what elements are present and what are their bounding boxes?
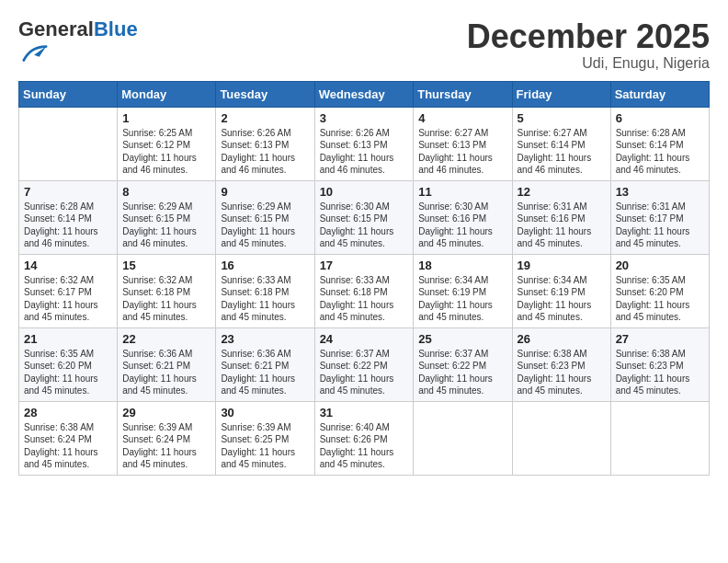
day-info: Sunrise: 6:38 AMSunset: 6:24 PMDaylight:… <box>24 421 112 471</box>
calendar-cell: 31Sunrise: 6:40 AMSunset: 6:26 PMDayligh… <box>314 401 414 475</box>
day-info: Sunrise: 6:38 AMSunset: 6:23 PMDaylight:… <box>616 348 704 397</box>
logo: GeneralBlue <box>18 18 138 70</box>
week-row-4: 21Sunrise: 6:35 AMSunset: 6:20 PMDayligh… <box>19 327 710 401</box>
calendar-cell: 30Sunrise: 6:39 AMSunset: 6:25 PMDayligh… <box>216 401 314 475</box>
day-number: 22 <box>122 332 210 346</box>
week-row-3: 14Sunrise: 6:32 AMSunset: 6:17 PMDayligh… <box>19 254 710 327</box>
day-info: Sunrise: 6:40 AMSunset: 6:26 PMDaylight:… <box>320 421 409 471</box>
day-info: Sunrise: 6:39 AMSunset: 6:25 PMDaylight:… <box>221 421 309 471</box>
day-number: 1 <box>122 111 210 125</box>
day-number: 27 <box>616 332 704 346</box>
day-info: Sunrise: 6:32 AMSunset: 6:18 PMDaylight:… <box>122 274 210 324</box>
calendar-cell: 25Sunrise: 6:37 AMSunset: 6:22 PMDayligh… <box>414 327 512 401</box>
calendar-cell: 2Sunrise: 6:26 AMSunset: 6:13 PMDaylight… <box>216 107 314 180</box>
weekday-header-monday: Monday <box>118 81 216 107</box>
day-number: 24 <box>320 332 409 346</box>
day-info: Sunrise: 6:31 AMSunset: 6:17 PMDaylight:… <box>616 201 704 250</box>
day-info: Sunrise: 6:25 AMSunset: 6:12 PMDaylight:… <box>122 127 210 177</box>
weekday-header-saturday: Saturday <box>610 81 709 107</box>
day-info: Sunrise: 6:34 AMSunset: 6:19 PMDaylight:… <box>418 274 506 324</box>
day-number: 26 <box>518 332 606 346</box>
day-info: Sunrise: 6:31 AMSunset: 6:16 PMDaylight:… <box>518 201 606 250</box>
calendar-cell: 5Sunrise: 6:27 AMSunset: 6:14 PMDaylight… <box>512 107 610 180</box>
calendar-cell: 29Sunrise: 6:39 AMSunset: 6:24 PMDayligh… <box>118 401 216 475</box>
day-number: 13 <box>616 185 704 199</box>
day-number: 11 <box>418 185 506 199</box>
day-info: Sunrise: 6:29 AMSunset: 6:15 PMDaylight:… <box>221 201 309 250</box>
calendar-cell: 4Sunrise: 6:27 AMSunset: 6:13 PMDaylight… <box>414 107 512 180</box>
day-info: Sunrise: 6:30 AMSunset: 6:15 PMDaylight:… <box>320 201 409 250</box>
calendar-cell: 8Sunrise: 6:29 AMSunset: 6:15 PMDaylight… <box>118 180 216 254</box>
calendar-cell: 11Sunrise: 6:30 AMSunset: 6:16 PMDayligh… <box>414 180 512 254</box>
day-number: 9 <box>221 185 309 199</box>
day-number: 29 <box>122 406 210 419</box>
calendar-cell: 16Sunrise: 6:33 AMSunset: 6:18 PMDayligh… <box>216 254 314 327</box>
day-info: Sunrise: 6:28 AMSunset: 6:14 PMDaylight:… <box>616 127 704 177</box>
calendar-cell: 3Sunrise: 6:26 AMSunset: 6:13 PMDaylight… <box>314 107 414 180</box>
calendar-cell: 12Sunrise: 6:31 AMSunset: 6:16 PMDayligh… <box>512 180 610 254</box>
day-number: 31 <box>320 406 409 419</box>
day-number: 16 <box>221 259 309 272</box>
page-header: GeneralBlue December 2025 Udi, Enugu, Ni… <box>18 18 710 72</box>
day-info: Sunrise: 6:27 AMSunset: 6:14 PMDaylight:… <box>518 127 606 177</box>
calendar-cell: 15Sunrise: 6:32 AMSunset: 6:18 PMDayligh… <box>118 254 216 327</box>
day-number: 5 <box>518 111 606 125</box>
day-number: 6 <box>616 111 704 125</box>
day-number: 30 <box>221 406 309 419</box>
calendar-cell <box>414 401 512 475</box>
calendar-cell: 10Sunrise: 6:30 AMSunset: 6:15 PMDayligh… <box>314 180 414 254</box>
calendar-cell <box>610 401 709 475</box>
calendar-cell: 23Sunrise: 6:36 AMSunset: 6:21 PMDayligh… <box>216 327 314 401</box>
calendar-cell: 17Sunrise: 6:33 AMSunset: 6:18 PMDayligh… <box>314 254 414 327</box>
day-info: Sunrise: 6:37 AMSunset: 6:22 PMDaylight:… <box>418 348 506 397</box>
day-number: 12 <box>518 185 606 199</box>
day-number: 8 <box>122 185 210 199</box>
day-info: Sunrise: 6:36 AMSunset: 6:21 PMDaylight:… <box>221 348 309 397</box>
calendar-cell: 20Sunrise: 6:35 AMSunset: 6:20 PMDayligh… <box>610 254 709 327</box>
calendar-cell <box>19 107 118 180</box>
calendar-cell: 13Sunrise: 6:31 AMSunset: 6:17 PMDayligh… <box>610 180 709 254</box>
day-info: Sunrise: 6:30 AMSunset: 6:16 PMDaylight:… <box>418 201 506 250</box>
day-info: Sunrise: 6:39 AMSunset: 6:24 PMDaylight:… <box>122 421 210 471</box>
calendar-cell: 21Sunrise: 6:35 AMSunset: 6:20 PMDayligh… <box>19 327 118 401</box>
calendar-cell: 27Sunrise: 6:38 AMSunset: 6:23 PMDayligh… <box>610 327 709 401</box>
day-number: 25 <box>418 332 506 346</box>
day-number: 10 <box>320 185 409 199</box>
day-info: Sunrise: 6:27 AMSunset: 6:13 PMDaylight:… <box>418 127 506 177</box>
day-number: 2 <box>221 111 309 125</box>
calendar-cell: 18Sunrise: 6:34 AMSunset: 6:19 PMDayligh… <box>414 254 512 327</box>
logo-general-text: General <box>18 17 94 40</box>
weekday-header-row: SundayMondayTuesdayWednesdayThursdayFrid… <box>19 81 710 107</box>
day-info: Sunrise: 6:32 AMSunset: 6:17 PMDaylight:… <box>24 274 112 324</box>
weekday-header-thursday: Thursday <box>414 81 512 107</box>
month-title: December 2025 <box>467 18 710 55</box>
day-number: 19 <box>518 259 606 272</box>
calendar-cell: 9Sunrise: 6:29 AMSunset: 6:15 PMDaylight… <box>216 180 314 254</box>
day-number: 21 <box>24 332 112 346</box>
day-number: 3 <box>320 111 409 125</box>
weekday-header-wednesday: Wednesday <box>314 81 414 107</box>
day-info: Sunrise: 6:36 AMSunset: 6:21 PMDaylight:… <box>122 348 210 397</box>
day-number: 4 <box>418 111 506 125</box>
calendar-cell: 24Sunrise: 6:37 AMSunset: 6:22 PMDayligh… <box>314 327 414 401</box>
calendar-cell: 14Sunrise: 6:32 AMSunset: 6:17 PMDayligh… <box>19 254 118 327</box>
week-row-1: 1Sunrise: 6:25 AMSunset: 6:12 PMDaylight… <box>19 107 710 180</box>
day-number: 15 <box>122 259 210 272</box>
day-info: Sunrise: 6:38 AMSunset: 6:23 PMDaylight:… <box>518 348 606 397</box>
calendar-cell: 22Sunrise: 6:36 AMSunset: 6:21 PMDayligh… <box>118 327 216 401</box>
day-info: Sunrise: 6:26 AMSunset: 6:13 PMDaylight:… <box>221 127 309 177</box>
weekday-header-friday: Friday <box>512 81 610 107</box>
week-row-2: 7Sunrise: 6:28 AMSunset: 6:14 PMDaylight… <box>19 180 710 254</box>
calendar-cell: 28Sunrise: 6:38 AMSunset: 6:24 PMDayligh… <box>19 401 118 475</box>
weekday-header-sunday: Sunday <box>19 81 118 107</box>
logo-blue-text: Blue <box>94 17 138 40</box>
day-number: 14 <box>24 259 112 272</box>
day-info: Sunrise: 6:33 AMSunset: 6:18 PMDaylight:… <box>221 274 309 324</box>
day-number: 28 <box>24 406 112 419</box>
day-number: 18 <box>418 259 506 272</box>
calendar-cell: 1Sunrise: 6:25 AMSunset: 6:12 PMDaylight… <box>118 107 216 180</box>
day-info: Sunrise: 6:33 AMSunset: 6:18 PMDaylight:… <box>320 274 409 324</box>
day-number: 7 <box>24 185 112 199</box>
day-info: Sunrise: 6:37 AMSunset: 6:22 PMDaylight:… <box>320 348 409 397</box>
day-info: Sunrise: 6:34 AMSunset: 6:19 PMDaylight:… <box>518 274 606 324</box>
